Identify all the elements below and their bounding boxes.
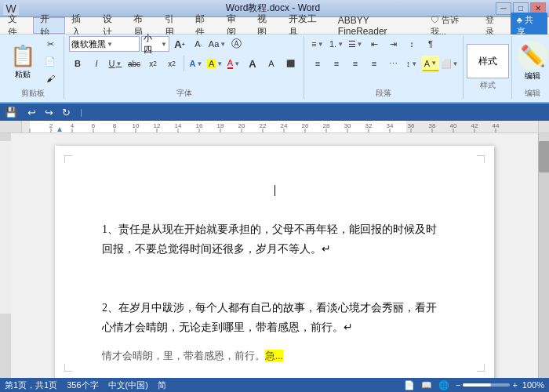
underline-button[interactable]: U▼ bbox=[107, 56, 124, 71]
menu-insert[interactable]: 插入 bbox=[65, 17, 96, 34]
styles-dropdown[interactable]: 样式 bbox=[467, 44, 509, 78]
styles-group: 样式 样式 bbox=[465, 36, 512, 99]
multilevel-button[interactable]: ☰▼ bbox=[347, 36, 364, 52]
menu-design[interactable]: 设计 bbox=[96, 17, 128, 34]
highlight-color-button[interactable]: A▼ bbox=[206, 56, 224, 71]
svg-text:28: 28 bbox=[323, 122, 330, 129]
word-count: 356个字 bbox=[67, 379, 98, 391]
view-web-button[interactable]: 🌐 bbox=[438, 380, 449, 390]
superscript-button[interactable]: x2 bbox=[163, 56, 180, 71]
font-dialog-button[interactable]: ⬛ bbox=[282, 56, 299, 71]
format-painter-button[interactable]: 🖌 bbox=[42, 71, 59, 86]
svg-text:12: 12 bbox=[154, 122, 161, 129]
right-scrollbar[interactable] bbox=[538, 133, 549, 378]
ribbon: 📋 粘贴 ✂ 📄 🖌 剪贴板 微软雅黑 bbox=[0, 34, 549, 103]
svg-text:42: 42 bbox=[471, 122, 478, 129]
menu-file[interactable]: 文件 bbox=[2, 17, 33, 34]
repeat-button[interactable]: ↻ bbox=[58, 104, 74, 120]
save-button[interactable]: 💾 bbox=[3, 104, 19, 120]
subscript-button[interactable]: x2 bbox=[144, 56, 162, 71]
align-right-button[interactable]: ≡ bbox=[347, 56, 364, 71]
font-group: 微软雅黑 ▼ 小四 ▼ A+ A- Aa▼ Ⓐ B bbox=[66, 36, 304, 99]
document-scroll[interactable]: 1、责任是从现在开始就要承担的，父母不再年轻，能回报的时候及时回报，不要总觉得时… bbox=[11, 133, 538, 378]
undo-button[interactable]: ↩ bbox=[24, 104, 39, 120]
scrollbar-thumb[interactable] bbox=[539, 141, 549, 172]
clear-format-button[interactable]: Ⓐ bbox=[227, 36, 245, 52]
corner-tl bbox=[64, 155, 72, 163]
menu-view[interactable]: 视图 bbox=[251, 17, 282, 34]
font-row1: 微软雅黑 ▼ 小四 ▼ A+ A- Aa▼ Ⓐ bbox=[69, 36, 245, 52]
font-size-dropdown[interactable]: ▼ bbox=[161, 41, 167, 48]
document-content[interactable]: 1、责任是从现在开始就要承担的，父母不再年轻，能回报的时候及时回报，不要总觉得时… bbox=[102, 220, 447, 365]
font-size-up-button2[interactable]: A bbox=[244, 56, 261, 71]
font-size-input[interactable]: 小四 ▼ bbox=[141, 36, 169, 52]
bullets-button[interactable]: ≡▼ bbox=[309, 36, 326, 52]
menu-dev-tools[interactable]: 开发工具 bbox=[282, 17, 332, 34]
svg-text:10: 10 bbox=[133, 122, 140, 129]
menu-mail[interactable]: 邮件 bbox=[189, 17, 220, 34]
border-button[interactable]: ⬜▼ bbox=[441, 56, 458, 71]
font-size-mid-button[interactable]: A bbox=[263, 56, 280, 71]
sort-button[interactable]: ↕ bbox=[403, 36, 420, 52]
menu-references[interactable]: 引用 bbox=[158, 17, 190, 34]
bold-button[interactable]: B bbox=[69, 56, 86, 71]
zoom-minus-button[interactable]: − bbox=[456, 380, 460, 390]
zoom-plus-button[interactable]: + bbox=[512, 380, 517, 390]
grow-font-button[interactable]: A+ bbox=[171, 36, 188, 52]
font-name-dropdown[interactable]: ▼ bbox=[107, 41, 113, 48]
menu-abbyy[interactable]: ABBYY FineReader bbox=[332, 17, 426, 34]
styles-panel: 样式 样式 bbox=[467, 44, 509, 91]
view-normal-button[interactable]: 📄 bbox=[404, 380, 415, 390]
numbering-button[interactable]: 1.▼ bbox=[328, 36, 345, 52]
scrollbar-track bbox=[539, 141, 549, 378]
edit-label: 编辑 bbox=[525, 71, 540, 82]
align-left-button[interactable]: ≡ bbox=[309, 56, 326, 71]
show-para-button[interactable]: ¶ bbox=[422, 36, 439, 52]
strikethrough-button[interactable]: abc bbox=[125, 56, 143, 71]
edit-icon: ✏️ bbox=[518, 41, 547, 71]
copy-button[interactable]: 📄 bbox=[42, 53, 59, 69]
edit-group: ✏️ 编辑 编辑 bbox=[514, 36, 549, 99]
quick-access-toolbar: 💾 ↩ ↪ ↻ | bbox=[0, 103, 549, 121]
edit-button[interactable]: ✏️ 编辑 bbox=[514, 38, 549, 84]
menu-review[interactable]: 审阅 bbox=[220, 17, 252, 34]
shading-button[interactable]: A▼ bbox=[422, 56, 439, 71]
menu-home[interactable]: 开始 bbox=[33, 17, 66, 34]
zoom-bar[interactable] bbox=[463, 383, 510, 387]
paste-button[interactable]: 📋 粘贴 bbox=[6, 40, 39, 82]
shrink-font-button[interactable]: A- bbox=[190, 36, 207, 52]
ruler-main[interactable]: 2 4 6 8 10 12 14 16 18 20 22 bbox=[22, 121, 538, 132]
svg-text:4: 4 bbox=[71, 122, 75, 129]
decrease-indent-button[interactable]: ⇤ bbox=[365, 36, 383, 52]
cut-button[interactable]: ✂ bbox=[42, 36, 59, 52]
justify-button[interactable]: ≡ bbox=[365, 56, 383, 71]
corner-br bbox=[477, 364, 485, 372]
font-color-button[interactable]: A▼ bbox=[225, 56, 242, 71]
paragraph-group: ≡▼ 1.▼ ☰▼ ⇤ ⇥ ↕ ¶ ≡ ≡ ≡ ≡ ⋯ ↕▼ bbox=[306, 36, 464, 99]
svg-text:20: 20 bbox=[238, 122, 245, 129]
font-name-input[interactable]: 微软雅黑 ▼ bbox=[69, 36, 140, 52]
distributed-button[interactable]: ⋯ bbox=[384, 56, 402, 71]
input-mode: 简 bbox=[158, 379, 166, 391]
italic-button[interactable]: I bbox=[88, 56, 105, 71]
font-row2: B I U▼ abc x2 x2 A▼ A▼ A▼ bbox=[69, 56, 299, 71]
change-case-button[interactable]: Aa▼ bbox=[209, 36, 226, 52]
paragraph-2 bbox=[102, 268, 447, 288]
svg-text:22: 22 bbox=[260, 122, 267, 129]
svg-text:32: 32 bbox=[365, 122, 373, 129]
line-spacing-button[interactable]: ↕▼ bbox=[403, 56, 420, 71]
styles-content: 样式 样式 bbox=[467, 36, 509, 99]
align-center-button[interactable]: ≡ bbox=[328, 56, 345, 71]
undo-redo-area: ↩ ↪ ↻ bbox=[24, 104, 74, 120]
svg-text:6: 6 bbox=[92, 122, 96, 129]
cut-copy-format: ✂ 📄 🖌 bbox=[42, 36, 59, 86]
text-effect-button[interactable]: A▼ bbox=[187, 56, 205, 71]
svg-text:26: 26 bbox=[302, 122, 309, 129]
menu-layout[interactable]: 布局 bbox=[127, 17, 158, 34]
increase-indent-button[interactable]: ⇥ bbox=[384, 36, 402, 52]
svg-text:8: 8 bbox=[113, 122, 117, 129]
font-label: 字体 bbox=[176, 88, 192, 99]
svg-text:44: 44 bbox=[493, 122, 500, 129]
redo-button[interactable]: ↪ bbox=[41, 104, 56, 120]
view-reading-button[interactable]: 📖 bbox=[421, 380, 432, 390]
